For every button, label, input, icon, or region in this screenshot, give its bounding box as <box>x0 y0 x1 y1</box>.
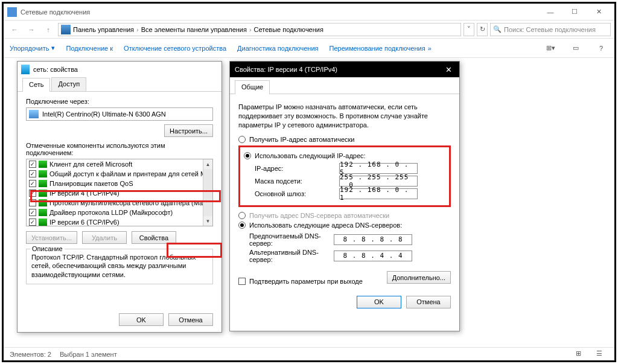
details-pane-button[interactable]: ▭ <box>569 42 583 55</box>
checkbox-icon[interactable]: ✓ <box>29 219 36 226</box>
description-group: Описание Протокол TCP/IP. Стандартный пр… <box>26 249 213 284</box>
adapter-field: Intel(R) Centrino(R) Ultimate-N 6300 AGN <box>26 107 213 121</box>
search-icon: 🔍 <box>493 25 502 33</box>
content-area: сеть: свойства Сеть Доступ Подключение ч… <box>4 58 614 345</box>
details-view-icon[interactable]: ⊞ <box>576 350 588 359</box>
preferred-dns-input[interactable]: 8 . 8 . 8 . 8 <box>334 234 412 245</box>
checkbox-icon[interactable]: ✓ <box>29 161 36 168</box>
configure-button[interactable]: Настроить... <box>164 124 213 137</box>
status-selected: Выбран 1 элемент <box>60 351 117 358</box>
titlebar: Сетевые подключения — ☐ ✕ <box>4 4 614 21</box>
tab-access[interactable]: Доступ <box>51 77 86 91</box>
list-item[interactable]: ✓Планировщик пакетов QoS <box>27 179 212 188</box>
tab-network[interactable]: Сеть <box>22 78 50 92</box>
chevron-right-icon: » <box>428 45 432 52</box>
component-icon <box>39 180 47 187</box>
help-button[interactable]: ? <box>594 42 608 55</box>
forward-button[interactable]: → <box>24 22 39 37</box>
checkbox-icon[interactable]: ✓ <box>29 209 36 216</box>
chevron-right-icon: › <box>136 26 139 33</box>
dialog-title: сеть: свойства <box>18 62 221 77</box>
ok-button[interactable]: OK <box>357 296 401 308</box>
advanced-button[interactable]: Дополнительно... <box>387 271 451 284</box>
minimize-button[interactable]: — <box>538 5 562 19</box>
network-properties-dialog: сеть: свойства Сеть Доступ Подключение ч… <box>17 61 222 333</box>
maximize-button[interactable]: ☐ <box>562 5 587 19</box>
status-elements: Элементов: 2 <box>10 351 51 358</box>
tab-general[interactable]: Общие <box>235 80 270 94</box>
status-bar: Элементов: 2 Выбран 1 элемент ⊞ ☰ <box>4 347 614 360</box>
window-title: Сетевые подключения <box>21 8 538 16</box>
cancel-button[interactable]: Отмена <box>406 296 451 308</box>
confirm-checkbox[interactable]: Подтвердить параметры при выходе <box>238 278 363 285</box>
radio-auto-dns: Получить адрес DNS-сервера автоматически <box>238 212 451 219</box>
ip-address-input[interactable]: 192 . 168 . 0 . 5 <box>339 163 418 174</box>
radio-manual-dns[interactable]: Использовать следующие адреса DNS-сервер… <box>238 222 451 229</box>
radio-icon <box>238 212 246 219</box>
close-button[interactable]: ✕ <box>587 5 611 19</box>
properties-button[interactable]: Свойства <box>132 231 176 244</box>
list-item[interactable]: ✓IP версии 6 (TCP/IPv6) <box>27 217 212 226</box>
list-item[interactable]: ✓Клиент для сетей Microsoft <box>27 159 212 169</box>
dns2-label: Альтернативный DNS-сервер: <box>249 249 334 263</box>
search-input[interactable]: 🔍 Поиск: Сетевые подключения <box>490 23 611 36</box>
checkbox-icon[interactable] <box>29 199 36 206</box>
radio-auto-ip[interactable]: Получить IP-адрес автоматически <box>238 136 451 143</box>
list-item[interactable]: ✓Общий доступ к файлам и принтерам для с… <box>27 169 212 179</box>
back-button[interactable]: ← <box>7 22 22 37</box>
component-icon <box>39 170 47 177</box>
alternate-dns-input[interactable]: 8 . 8 . 4 . 4 <box>334 251 412 261</box>
scroll-down-icon[interactable]: ▼ <box>203 216 212 226</box>
components-list[interactable]: ✓Клиент для сетей Microsoft ✓Общий досту… <box>26 159 213 226</box>
chevron-right-icon: › <box>249 26 252 33</box>
radio-manual-ip[interactable]: Использовать следующий IP-адрес: <box>244 152 445 159</box>
component-icon <box>39 190 47 197</box>
radio-icon <box>244 152 251 159</box>
gateway-label: Основной шлюз: <box>255 190 339 197</box>
rename-button[interactable]: Переименование подключения » <box>330 45 432 52</box>
checkbox-icon <box>238 278 246 285</box>
cancel-button[interactable]: Отмена <box>168 313 213 326</box>
up-button[interactable]: ↑ <box>41 22 56 37</box>
search-placeholder: Поиск: Сетевые подключения <box>504 26 596 33</box>
view-options-button[interactable]: ⊞▾ <box>543 42 558 55</box>
intro-text: Параметры IP можно назначать автоматичес… <box>238 103 451 130</box>
ip-label: IP-адрес: <box>255 165 339 172</box>
checkbox-icon[interactable]: ✓ <box>29 170 36 177</box>
nav-row: ← → ↑ Панель управления › Все элементы п… <box>4 21 614 39</box>
breadcrumb-item[interactable]: Все элементы панели управления <box>141 26 247 33</box>
scroll-up-icon[interactable]: ▲ <box>203 159 212 169</box>
remove-button[interactable]: Удалить <box>82 231 127 244</box>
list-view-icon[interactable]: ☰ <box>596 350 608 359</box>
scrollbar[interactable]: ▲▼ <box>203 159 212 226</box>
ipv4-properties-dialog: Свойства: IP версии 4 (TCP/IPv4) ✕ Общие… <box>229 61 460 331</box>
radio-icon <box>238 136 246 143</box>
list-item[interactable]: ✓IP версии 4 (TCP/IPv4) <box>27 188 212 198</box>
gateway-input[interactable]: 192 . 168 . 0 . 1 <box>339 188 418 199</box>
checkbox-icon[interactable]: ✓ <box>29 190 36 197</box>
breadcrumb[interactable]: Панель управления › Все элементы панели … <box>58 23 461 36</box>
refresh-button[interactable]: ↻ <box>477 23 488 36</box>
network-icon <box>21 65 30 74</box>
control-panel-icon <box>61 25 71 34</box>
checkbox-icon[interactable]: ✓ <box>29 180 36 187</box>
ok-button[interactable]: OK <box>119 313 164 326</box>
description-text: Протокол TCP/IP. Стандартный протокол гл… <box>31 253 208 279</box>
breadcrumb-dropdown[interactable]: ˅ <box>464 23 474 36</box>
list-item[interactable]: ✓Драйвер протокола LLDP (Майкрософт) <box>27 208 212 217</box>
disable-device-button[interactable]: Отключение сетевого устройства <box>124 45 226 52</box>
install-button[interactable]: Установить... <box>26 231 77 244</box>
connect-via-label: Подключение через: <box>26 98 213 105</box>
diagnose-button[interactable]: Диагностика подключения <box>237 45 318 52</box>
breadcrumb-item[interactable]: Панель управления <box>73 26 134 33</box>
organize-menu[interactable]: Упорядочить ▾ <box>10 44 55 52</box>
component-icon <box>39 161 47 168</box>
connect-to-button[interactable]: Подключение к <box>66 45 113 52</box>
breadcrumb-item[interactable]: Сетевые подключения <box>254 26 323 33</box>
radio-icon <box>238 222 246 229</box>
component-icon <box>39 209 47 216</box>
app-icon <box>7 7 17 17</box>
close-icon[interactable]: ✕ <box>442 65 454 74</box>
subnet-mask-input[interactable]: 255 . 255 . 255 . 0 <box>339 176 418 187</box>
list-item[interactable]: Протокол мультиплексора сетевого адаптер… <box>27 198 212 208</box>
